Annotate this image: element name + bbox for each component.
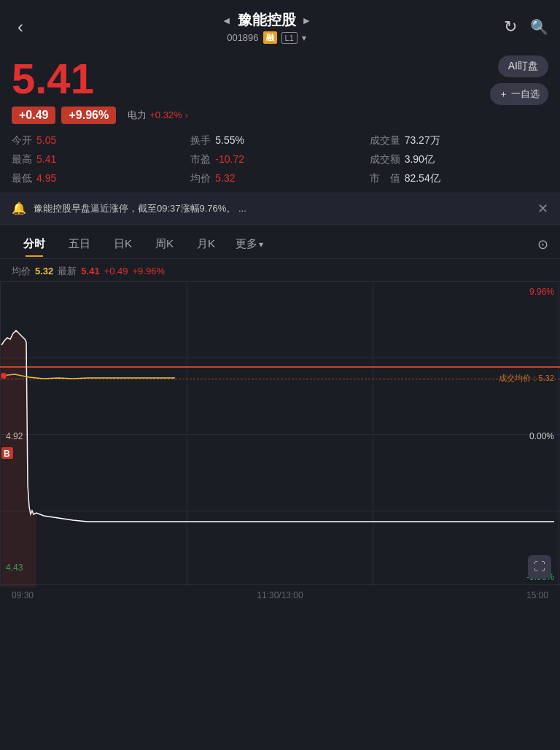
stat-chengjiaoe: 成交额 3.90亿 — [370, 153, 548, 166]
stat-value-jinkai: 5.05 — [36, 134, 56, 147]
sector-change: +0.32% — [149, 109, 182, 120]
change-pct: +9.96% — [61, 107, 116, 124]
chart-avg-label: 均价 — [12, 265, 31, 278]
price-right: AI盯盘 ＋ 一自选 — [490, 55, 548, 105]
change-abs: +0.49 — [12, 107, 55, 124]
alert-banner: 🔔 豫能控股早盘逼近涨停，截至09:37涨幅9.76%。 ... ✕ — [0, 193, 560, 225]
stat-label-junjia: 均价 — [190, 172, 211, 185]
tab-fenshi[interactable]: 分时 — [12, 233, 57, 257]
stat-zuidi: 最低 4.95 — [12, 172, 190, 185]
tab-rik[interactable]: 日K — [102, 233, 144, 257]
stat-label-zuidi: 最低 — [12, 172, 32, 185]
x-axis: 09:30 11:30/13:00 15:00 — [0, 587, 560, 603]
prev-stock-icon[interactable]: ◄ — [222, 15, 232, 26]
stat-value-junjia: 5.32 — [215, 172, 235, 185]
header-title: ◄ 豫能控股 ► — [29, 10, 504, 30]
stat-label-jinkai: 今开 — [12, 134, 32, 147]
x-label-mid: 11:30/13:00 — [257, 590, 303, 600]
tab-wuri[interactable]: 五日 — [57, 233, 102, 257]
main-price: 5.41 — [12, 55, 188, 102]
tab-zhouk[interactable]: 周K — [144, 233, 185, 257]
search-button[interactable]: 🔍 — [530, 18, 548, 36]
stat-shiying: 市盈 -10.72 — [190, 153, 369, 166]
more-arrow-icon: ▾ — [259, 239, 263, 250]
stat-label-shiying: 市盈 — [190, 153, 211, 166]
header-subtitle: 001896 融 L1 ▾ — [29, 31, 504, 44]
price-chart-svg: B — [0, 281, 560, 587]
avg-line-dot — [1, 373, 7, 379]
chart-header: 均价 5.32 最新 5.41 +0.49 +9.96% — [0, 259, 560, 281]
watchlist-label: 一自选 — [511, 88, 540, 101]
header: ‹ ◄ 豫能控股 ► 001896 融 L1 ▾ ↻ 🔍 — [0, 0, 560, 48]
stat-jinkai: 今开 5.05 — [12, 134, 190, 147]
expand-icon: ⛶ — [534, 560, 545, 573]
stat-value-chengjiaoe: 3.90亿 — [405, 153, 435, 166]
expand-button[interactable]: ⛶ — [528, 555, 551, 579]
chart-latest-label: 最新 — [58, 265, 77, 278]
stat-shizhi: 市 值 82.54亿 — [370, 172, 548, 185]
stat-junjiia: 均价 5.32 — [190, 172, 369, 185]
chart-change-abs: +0.49 — [104, 266, 128, 277]
stat-value-shizhi: 82.54亿 — [405, 172, 440, 185]
back-button[interactable]: ‹ — [12, 17, 29, 37]
stat-chengjiaoliang: 成交量 73.27万 — [370, 134, 548, 147]
alert-close-button[interactable]: ✕ — [537, 201, 548, 217]
tab-more[interactable]: 更多 ▾ — [227, 233, 272, 257]
chart-area: 9.96% 成交均价：5.32 0.00% -9.96% 4.92 4.43 B… — [0, 281, 560, 587]
header-icons: ↻ 🔍 — [504, 18, 548, 36]
header-center: ◄ 豫能控股 ► 001896 融 L1 ▾ — [29, 10, 504, 44]
watchlist-prefix: ＋ — [499, 88, 508, 101]
stat-label-shizhi: 市 值 — [370, 172, 400, 185]
x-label-start: 09:30 — [12, 590, 34, 600]
refresh-button[interactable]: ↻ — [504, 18, 517, 36]
stock-code: 001896 — [227, 32, 258, 43]
tab-yuek[interactable]: 月K — [185, 233, 227, 257]
stat-value-zuidi: 4.95 — [36, 172, 56, 185]
dropdown-icon[interactable]: ▾ — [302, 33, 306, 43]
chart-change-pct: +9.96% — [133, 266, 165, 277]
price-section: 5.41 +0.49 +9.96% 电力 +0.32% › AI盯盘 ＋ 一自选 — [0, 48, 560, 130]
camera-button[interactable]: ⊙ — [537, 232, 548, 258]
next-stock-icon[interactable]: ► — [302, 15, 312, 26]
price-left: 5.41 +0.49 +9.96% 电力 +0.32% › — [12, 55, 188, 124]
b-marker-text: B — [4, 449, 10, 459]
stat-value-shiying: -10.72 — [215, 153, 244, 166]
sector-arrow: › — [185, 110, 188, 120]
stat-label-zuigao: 最高 — [12, 153, 32, 166]
alert-icon: 🔔 — [12, 201, 26, 215]
stat-huanshou: 换手 5.55% — [190, 134, 369, 147]
sector-info[interactable]: 电力 +0.32% › — [128, 109, 187, 122]
x-label-end: 15:00 — [526, 590, 548, 600]
stat-label-chengjiaoe: 成交额 — [370, 153, 400, 166]
sector-label: 电力 — [128, 109, 147, 122]
price-line — [1, 330, 554, 522]
watchlist-button[interactable]: ＋ 一自选 — [490, 83, 548, 105]
stat-label-chengjiaoliang: 成交量 — [370, 134, 400, 147]
stats-grid: 今开 5.05 换手 5.55% 成交量 73.27万 最高 5.41 市盈 -… — [0, 130, 560, 193]
l1-badge: L1 — [281, 32, 298, 44]
stat-value-zuigao: 5.41 — [36, 153, 56, 166]
ai-button[interactable]: AI盯盘 — [498, 55, 548, 77]
stat-value-huanshou: 5.55% — [215, 134, 244, 147]
stat-label-huanshou: 换手 — [190, 134, 211, 147]
stat-zuigao: 最高 5.41 — [12, 153, 190, 166]
chart-tabs: 分时 五日 日K 周K 月K 更多 ▾ ⊙ — [0, 225, 560, 259]
chart-latest-value: 5.41 — [81, 266, 99, 277]
alert-text: 豫能控股早盘逼近涨停，截至09:37涨幅9.76%。 ... — [34, 202, 530, 215]
stock-name: 豫能控股 — [238, 10, 296, 30]
stat-value-chengjiaoliang: 73.27万 — [405, 134, 440, 147]
chart-avg-value: 5.32 — [35, 266, 53, 277]
rong-badge: 融 — [263, 31, 277, 44]
avg-line — [1, 374, 175, 379]
more-label: 更多 — [236, 237, 257, 251]
price-change: +0.49 +9.96% 电力 +0.32% › — [12, 107, 188, 124]
